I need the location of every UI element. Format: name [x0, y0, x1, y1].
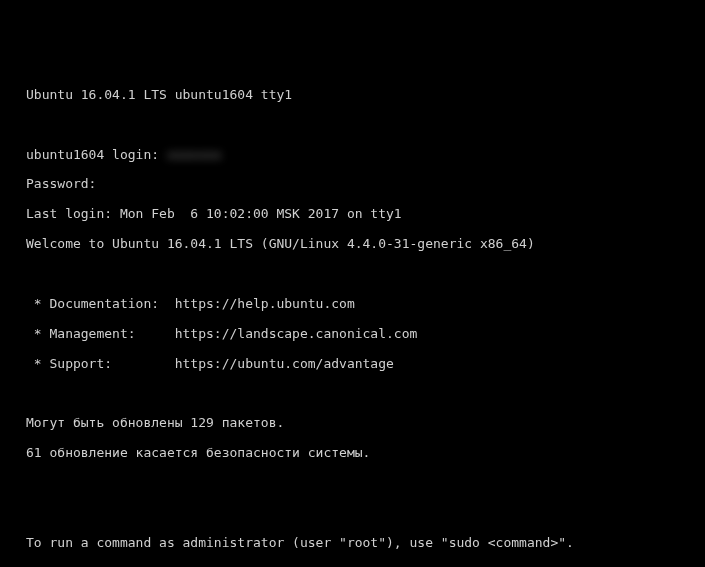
- documentation-link-line: * Documentation: https://help.ubuntu.com: [26, 297, 679, 312]
- welcome-line: Welcome to Ubuntu 16.04.1 LTS (GNU/Linux…: [26, 237, 679, 252]
- tty-header: Ubuntu 16.04.1 LTS ubuntu1604 tty1: [26, 88, 679, 103]
- last-login-line: Last login: Mon Feb 6 10:02:00 MSK 2017 …: [26, 207, 679, 222]
- sudo-hint-line-1: To run a command as administrator (user …: [26, 536, 679, 551]
- blank-line: [26, 387, 679, 402]
- login-prompt-label: ubuntu1604 login:: [26, 147, 167, 162]
- updates-available-line: Могут быть обновлены 129 пакетов.: [26, 416, 679, 431]
- blank-line: [26, 506, 679, 521]
- password-prompt: Password:: [26, 177, 679, 192]
- blank-line: [26, 118, 679, 133]
- security-updates-line: 61 обновление касается безопасности сист…: [26, 446, 679, 461]
- blank-line: [26, 476, 679, 491]
- login-line: ubuntu1604 login: xxxxxxx: [26, 148, 679, 163]
- login-username-blurred: xxxxxxx: [167, 148, 222, 163]
- management-link-line: * Management: https://landscape.canonica…: [26, 327, 679, 342]
- support-link-line: * Support: https://ubuntu.com/advantage: [26, 357, 679, 372]
- blank-line: [26, 267, 679, 282]
